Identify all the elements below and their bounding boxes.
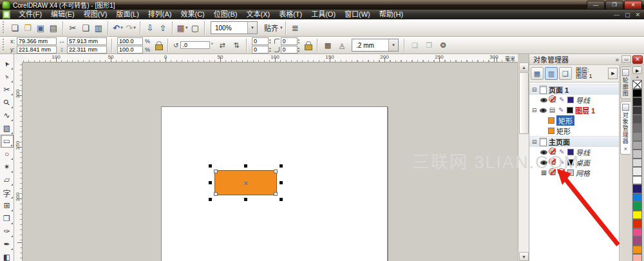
editable-pencil-icon[interactable]: ✎ [558,97,565,103]
color-swatch[interactable] [632,176,642,185]
horizontal-ruler[interactable]: 100 50 0 50 100 150 200 250 300 毫米 [23,54,518,63]
corner-node[interactable] [214,192,218,196]
to-back-button[interactable]: ❐ [422,39,435,52]
corner-radius-tr-spinner[interactable]: ▴▾ [273,37,300,45]
corner-radius-bl-field[interactable] [252,46,269,53]
tool-smart-fill[interactable]: ▧ [1,122,14,135]
color-swatch[interactable] [632,115,642,124]
spinner-arrows-icon[interactable]: ▴▾ [298,38,300,44]
tool-basic-shapes[interactable]: ▱ [1,173,14,186]
color-swatch[interactable] [632,193,642,202]
menu-table[interactable]: 表格(T) [274,10,307,19]
non-printable-icon[interactable]: ▤ [549,97,556,103]
object-color-swatch[interactable] [548,117,554,124]
tree-row-guides[interactable]: ▤ ✎ 导线 [529,95,619,105]
color-swatch[interactable] [632,202,642,211]
tool-blend[interactable]: ❒ [1,212,14,225]
tree-row-master-page[interactable]: ⊟ 主页面 [529,136,619,147]
color-swatch[interactable] [632,167,642,176]
editable-pencil-icon[interactable]: ✎ [558,107,565,113]
copy-button[interactable]: ❑ [79,21,92,35]
scrollbar-thumb[interactable] [519,72,529,134]
object-name[interactable]: 矩形 [556,126,571,136]
visibility-eye-icon[interactable] [540,108,547,113]
menu-file[interactable]: 文件(F) [14,10,46,19]
mdi-minimize-button[interactable]: — [614,12,620,18]
docker-tab-object-manager[interactable]: 对象管理器 × [620,101,630,155]
color-swatch[interactable] [632,228,642,237]
printable-icon[interactable]: ▤ [549,107,556,113]
menu-edit[interactable]: 编辑(E) [46,10,79,19]
menu-layout[interactable]: 版面(L) [111,10,143,19]
color-swatch[interactable] [632,219,642,228]
tool-table[interactable]: ⊞ [1,199,14,212]
selection-handle[interactable] [209,181,212,184]
selection-handle[interactable] [244,198,247,201]
palette-scroll-up-icon[interactable]: ▲ [632,74,642,80]
object-name[interactable]: 矩形 [556,115,574,126]
open-button[interactable]: ❐ [21,21,34,35]
tool-polygon[interactable]: ✶ [1,160,14,173]
corner-radius-tr-field[interactable] [281,37,298,45]
mdi-close-button[interactable]: ✕ [635,12,640,18]
menu-effects[interactable]: 效果(C) [176,10,209,19]
tool-eyedropper[interactable]: ✑ [1,225,14,238]
tool-zoom[interactable]: ⚲ [1,96,14,109]
paste-button[interactable]: ▥ [92,21,105,35]
selection-handle[interactable] [279,198,283,201]
layer-color-swatch[interactable] [567,97,574,103]
rotation-angle-field[interactable] [180,41,210,49]
color-swatch[interactable] [632,211,642,220]
corner-node[interactable] [214,169,218,173]
menu-bitmaps[interactable]: 位图(B) [209,10,242,19]
docker-collapse-icon[interactable]: » [612,56,621,63]
color-swatch[interactable] [632,132,642,141]
tree-row-rectangle[interactable]: 矩形 [529,126,619,136]
selection-handle[interactable] [209,164,212,168]
corner-radius-bl-spinner[interactable]: ▴▾ [252,46,271,53]
tree-row-page1[interactable]: ⊟ 页面 1 [529,84,619,95]
corner-radius-tl-field[interactable] [252,37,269,45]
x-position-field[interactable] [17,37,57,45]
page-name[interactable]: 页面 1 [549,84,569,95]
collapse-icon[interactable]: ⊟ [532,108,538,113]
menu-arrange[interactable]: 排列(A) [144,10,176,19]
snap-to-button[interactable]: 贴齐 ▾ [260,21,283,35]
y-position-field[interactable] [17,46,57,53]
wrap-text-button[interactable]: ▩ [321,39,334,52]
tree-row-layer1[interactable]: ⊟ ▤ ✎ 图层 1 [529,105,619,115]
tool-shape[interactable]: ➢ [1,70,14,83]
color-swatch[interactable] [632,237,642,246]
scroll-up-icon[interactable]: ▲ [519,63,529,72]
cut-button[interactable]: ✂ [66,21,79,35]
color-swatch[interactable] [632,184,642,193]
tool-outline-pen[interactable]: ✒ [1,238,14,251]
selection-handle[interactable] [279,181,283,184]
tool-rectangle[interactable]: ▭ [1,135,14,148]
edit-across-layers-button[interactable]: ▥ [545,67,558,80]
color-swatch[interactable] [632,97,642,106]
zoom-level-combo[interactable]: 100% ▾ [211,21,258,34]
corner-radius-br-field[interactable] [281,46,298,53]
vertical-ruler[interactable]: 300 250 200 [14,63,23,261]
color-swatch[interactable] [632,141,642,150]
redo-button[interactable]: ↷▾ [124,21,137,35]
layer-name[interactable]: 导线 [576,95,590,105]
restore-button[interactable]: ❐ [605,1,623,10]
corner-node[interactable] [274,169,278,173]
menu-help[interactable]: 帮助(H) [375,10,408,19]
save-button[interactable]: ▣ [34,21,47,35]
spinner-arrows-icon[interactable]: ▴▾ [298,46,300,53]
options-button[interactable]: ≣ [289,21,302,35]
scale-lock-button[interactable] [154,40,163,50]
corner-lock-button[interactable] [303,40,312,50]
collapse-icon[interactable]: ⊟ [532,87,538,93]
layer-name[interactable]: 图层 1 [575,105,595,115]
docker-tab-contour[interactable]: 轮廓图 [620,66,630,99]
tool-crop[interactable]: ✂ [1,83,14,96]
corner-radius-tl-spinner[interactable]: ▴▾ [252,37,271,45]
collapse-icon[interactable]: ⊟ [532,139,538,145]
menu-text[interactable]: 文本(X) [242,10,274,19]
scale-horizontal-field[interactable] [117,37,143,45]
scale-vertical-field[interactable] [117,46,143,53]
